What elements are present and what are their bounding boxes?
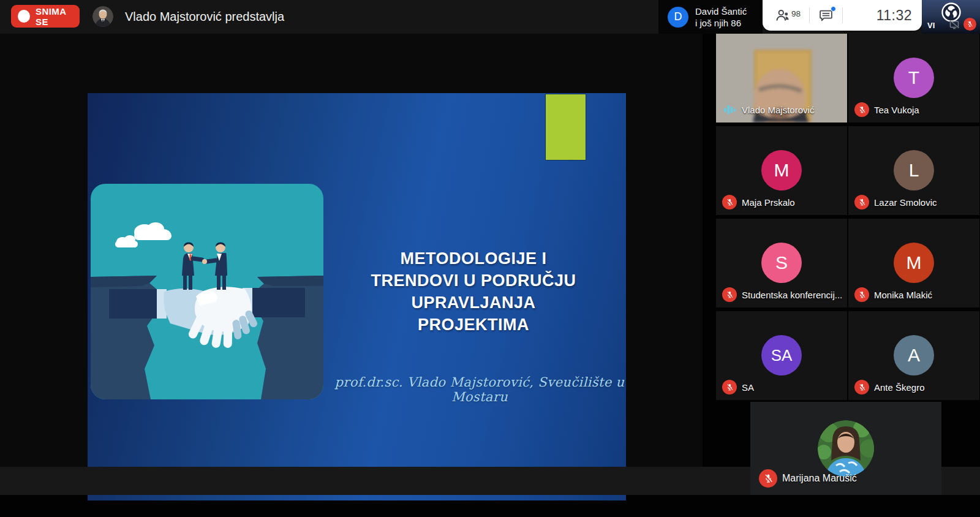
- participant-tile-monika[interactable]: M Monika Mlakić: [848, 219, 979, 308]
- participant-name: SA: [742, 382, 754, 393]
- avatar: S: [761, 243, 802, 283]
- slide-subtitle: prof.dr.sc. Vlado Majstorović, Sveučiliš…: [308, 375, 651, 404]
- top-bar: SNIMA SE Vlado Majstorović predstavlja D…: [0, 0, 980, 34]
- mic-off-icon: [722, 380, 737, 394]
- participants-button[interactable]: 98: [775, 7, 801, 23]
- participant-name: Monika Mlakić: [874, 290, 932, 300]
- meeting-info-pill: 98 11:32: [763, 0, 922, 31]
- chat-button[interactable]: [818, 8, 834, 23]
- participant-name: Maja Prskalo: [742, 197, 795, 208]
- slide-title: METODOLOGIJE I TRENDOVI U PODRUČJU UPRAV…: [351, 247, 596, 336]
- toast-others-count: i još njih 86: [695, 17, 747, 29]
- recording-label: SNIMA SE: [36, 6, 80, 27]
- divider: [809, 7, 810, 23]
- presentation-off-icon: [949, 20, 959, 29]
- self-mic-off-icon: [963, 18, 976, 31]
- toast-name: David Šantić: [695, 6, 747, 17]
- meet-window: SNIMA SE Vlado Majstorović predstavlja D…: [0, 0, 980, 517]
- people-icon: [775, 7, 791, 23]
- mic-off-icon: [854, 287, 869, 302]
- self-view-tile[interactable]: VI: [922, 0, 980, 34]
- mic-off-icon: [854, 102, 869, 117]
- mic-off-icon: [854, 195, 869, 209]
- mic-off-icon: [722, 287, 737, 302]
- participant-name: Ante Škegro: [874, 382, 925, 393]
- chat-notification-dot: [831, 6, 836, 12]
- participant-name: Tea Vukoja: [874, 105, 919, 115]
- presenter-banner: Vlado Majstorović predstavlja: [125, 0, 284, 34]
- avatar: T: [894, 58, 934, 98]
- presenter-avatar: [92, 6, 113, 27]
- participant-toast[interactable]: D David Šantić i još njih 86: [658, 0, 763, 34]
- participant-name: Studentska konferencij...: [742, 290, 842, 300]
- avatar: A: [894, 335, 934, 375]
- participant-tile-sa[interactable]: SA SA: [716, 311, 847, 400]
- avatar: L: [894, 150, 934, 191]
- slide-accent-rectangle: [545, 94, 586, 160]
- avatar: M: [894, 243, 934, 283]
- participant-name: Vlado Majstorović: [742, 105, 814, 115]
- participant-tile-maja[interactable]: M Maja Prskalo: [716, 126, 847, 215]
- presentation-slide: METODOLOGIJE I TRENDOVI U PODRUČJU UPRAV…: [88, 93, 626, 500]
- participants-panel: Vlado Majstorović T Tea Vukoja M Maja Pr…: [703, 34, 980, 495]
- self-initials: VI: [927, 21, 935, 30]
- clock-time: 11:32: [876, 7, 912, 24]
- audio-activity-icon: [722, 102, 737, 117]
- participant-name: Lazar Smolovic: [874, 197, 937, 208]
- mic-off-icon: [854, 380, 869, 394]
- divider: [842, 7, 843, 23]
- mic-off-icon: [759, 469, 777, 488]
- participant-tile-vlado[interactable]: Vlado Majstorović: [716, 34, 847, 123]
- participant-tile-lazar[interactable]: L Lazar Smolovic: [848, 126, 979, 215]
- recording-dot-icon: [18, 10, 30, 23]
- avatar-photo: [818, 420, 874, 477]
- participant-count: 98: [791, 9, 801, 18]
- participant-tile-marijana[interactable]: Marijana Marušić: [750, 402, 941, 495]
- participant-tile-ante[interactable]: A Ante Škegro: [848, 311, 979, 400]
- shared-screen-area: METODOLOGIJE I TRENDOVI U PODRUČJU UPRAV…: [0, 34, 703, 467]
- recording-badge: SNIMA SE: [11, 5, 80, 28]
- participant-name: Marijana Marušić: [782, 473, 857, 484]
- participant-tile-tea[interactable]: T Tea Vukoja: [848, 34, 979, 123]
- handshake-illustration: [91, 184, 323, 399]
- mic-off-icon: [722, 195, 737, 209]
- toast-avatar: D: [668, 7, 688, 28]
- participant-tile-studentska[interactable]: S Studentska konferencij...: [716, 219, 847, 308]
- avatar: SA: [761, 335, 802, 375]
- avatar: M: [761, 150, 802, 191]
